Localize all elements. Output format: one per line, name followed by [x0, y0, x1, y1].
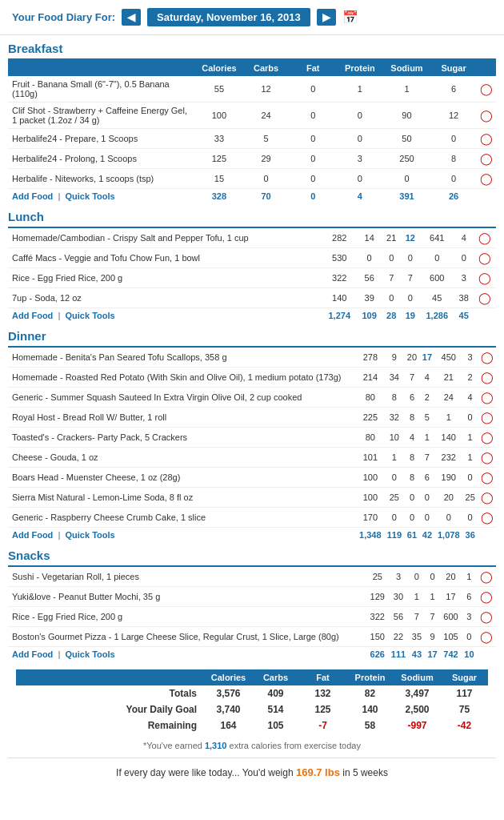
food-protein: 5 — [419, 408, 434, 428]
header: Your Food Diary For: ◀ Saturday, Novembe… — [0, 0, 504, 35]
food-name: Caffé Macs - Veggie and Tofu Chow Fun, 1… — [8, 248, 322, 268]
add-food-link[interactable]: Add Food — [12, 191, 53, 201]
snacks-section: Snacks Sushi - Vegetarian Roll, 1 pieces… — [8, 542, 496, 661]
food-name: Boston's Gourmet Pizza - 1 Large Cheese … — [8, 627, 367, 647]
food-protein: 0 — [337, 169, 384, 189]
remove-button[interactable]: ◯ — [473, 228, 496, 248]
remove-button[interactable]: ◯ — [473, 288, 496, 308]
summary-headers: Calories Carbs Fat Protein Sodium Sugar — [16, 669, 488, 685]
remove-button[interactable]: ◯ — [477, 149, 496, 169]
food-sodium: 20 — [434, 488, 462, 508]
section-total-sodium: 742 — [440, 647, 461, 662]
add-food-link[interactable]: Add Food — [12, 649, 53, 659]
food-calories: 129 — [367, 587, 388, 607]
remove-button[interactable]: ◯ — [477, 587, 496, 607]
remove-button[interactable]: ◯ — [477, 567, 496, 587]
quick-tools-link[interactable]: Quick Tools — [66, 311, 115, 320]
food-sugar: 3 — [454, 268, 474, 288]
remove-button[interactable]: ◯ — [478, 428, 496, 448]
totals-protein: 82 — [346, 685, 394, 701]
table-row: Sushi - Vegetarian Roll, 1 pieces 25 3 0… — [8, 567, 496, 587]
section-total-sugar: 26 — [430, 189, 478, 204]
remove-button[interactable]: ◯ — [473, 248, 496, 268]
food-protein: 3 — [337, 149, 384, 169]
remove-button[interactable]: ◯ — [478, 388, 496, 408]
remove-button[interactable]: ◯ — [473, 268, 496, 288]
food-protein: 0 — [419, 508, 434, 528]
food-sodium: 45 — [420, 288, 454, 308]
next-day-button[interactable]: ▶ — [317, 9, 336, 26]
section-total-sugar: 10 — [462, 647, 478, 662]
food-sugar: 6 — [430, 76, 478, 102]
remove-button[interactable]: ◯ — [478, 508, 496, 528]
prev-day-button[interactable]: ◀ — [122, 9, 141, 26]
food-sugar: 0 — [462, 627, 478, 647]
remove-button[interactable]: ◯ — [478, 368, 496, 388]
breakfast-table: Calories Carbs Fat Protein Sodium Sugar … — [8, 60, 496, 203]
remove-button[interactable]: ◯ — [478, 488, 496, 508]
food-carbs: 32 — [384, 408, 404, 428]
food-sugar: 25 — [462, 488, 478, 508]
food-carbs: 29 — [242, 149, 290, 169]
table-row: Fruit - Banana Small (6"-7"), 0.5 Banana… — [8, 76, 496, 102]
quick-tools-link[interactable]: Quick Tools — [66, 530, 115, 540]
breakfast-column-headers: Calories Carbs Fat Protein Sodium Sugar — [8, 60, 496, 76]
food-name: Homemade - Roasted Red Potato (With Skin… — [8, 368, 356, 388]
table-row: Homemade/Cambodian - Crispy Salt and Pep… — [8, 228, 496, 248]
food-sugar: 3 — [462, 607, 478, 627]
food-name: Homemade/Cambodian - Crispy Salt and Pep… — [8, 228, 322, 248]
food-calories: 101 — [356, 448, 384, 468]
remove-button[interactable]: ◯ — [477, 76, 496, 102]
section-total-sugar: 36 — [462, 528, 478, 543]
food-sugar: 1 — [462, 448, 478, 468]
quick-tools-link[interactable]: Quick Tools — [66, 191, 115, 201]
food-sodium: 600 — [440, 607, 461, 627]
food-fat: 20 — [405, 348, 420, 368]
totals-fat: 132 — [299, 685, 346, 701]
food-sugar: 0 — [430, 129, 478, 149]
section-total-carbs: 119 — [384, 528, 404, 543]
summary-label-col — [16, 669, 205, 685]
table-row: 7up - Soda, 12 oz 140 39 0 0 45 38 ◯ — [8, 288, 496, 308]
section-total-protein: 17 — [425, 647, 441, 662]
add-food-link[interactable]: Add Food — [12, 530, 53, 540]
quick-tools-link[interactable]: Quick Tools — [66, 649, 115, 659]
col-sugar: Sugar — [430, 60, 478, 76]
remove-button[interactable]: ◯ — [478, 408, 496, 428]
section-total-fat: 0 — [290, 189, 337, 204]
food-fat: 0 — [405, 508, 420, 528]
remaining-sodium: -997 — [394, 718, 441, 734]
exercise-suffix: extra calories from exercise today — [226, 741, 361, 750]
remove-button[interactable]: ◯ — [477, 129, 496, 149]
food-carbs: 10 — [384, 428, 404, 448]
sum-col-calories: Calories — [205, 669, 252, 685]
remove-button[interactable]: ◯ — [477, 169, 496, 189]
remove-button[interactable]: ◯ — [477, 607, 496, 627]
remove-button[interactable]: ◯ — [478, 448, 496, 468]
remove-button[interactable]: ◯ — [477, 102, 496, 129]
food-sodium: 0 — [434, 508, 462, 528]
food-carbs: 3 — [388, 567, 409, 587]
food-calories: 100 — [196, 102, 243, 129]
food-name: Rice - Egg Fried Rice, 200 g — [8, 268, 322, 288]
exercise-calories-link[interactable]: 1,310 — [205, 741, 227, 750]
remove-button[interactable]: ◯ — [478, 348, 496, 368]
food-calories: 278 — [356, 348, 384, 368]
food-protein: 7 — [419, 448, 434, 468]
food-carbs: 30 — [388, 587, 409, 607]
divider: | — [58, 649, 60, 659]
food-protein: 1 — [337, 76, 384, 102]
breakfast-title: Breakfast — [8, 35, 496, 60]
calendar-icon[interactable]: 📅 — [342, 10, 358, 25]
table-row: Boston's Gourmet Pizza - 1 Large Cheese … — [8, 627, 496, 647]
food-fat: 6 — [405, 388, 420, 408]
remove-button[interactable]: ◯ — [478, 468, 496, 488]
lunch-table: Homemade/Cambodian - Crispy Salt and Pep… — [8, 228, 496, 323]
divider: | — [58, 530, 60, 540]
food-name: Generic - Summer Squash Sauteed In Extra… — [8, 388, 356, 408]
add-food-link[interactable]: Add Food — [12, 311, 53, 320]
remove-button[interactable]: ◯ — [477, 627, 496, 647]
section-total-fat: 61 — [405, 528, 420, 543]
remaining-calories: 164 — [205, 718, 252, 734]
food-sodium: 50 — [383, 129, 430, 149]
